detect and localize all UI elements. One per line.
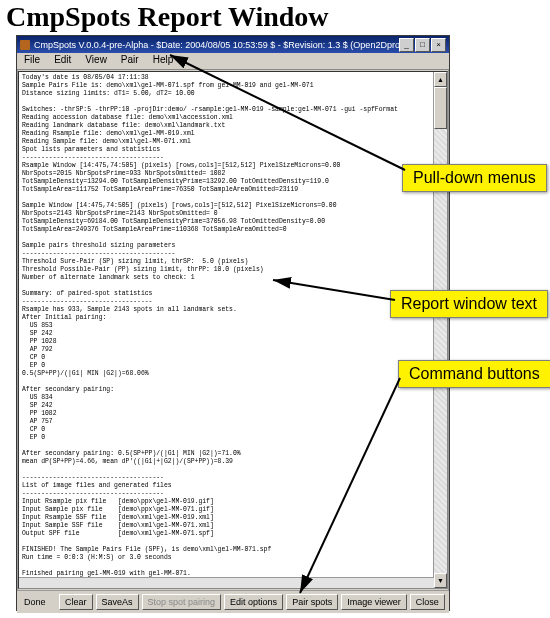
callout-report: Report window text (390, 290, 548, 318)
saveas-button[interactable]: SaveAs (96, 594, 139, 610)
horizontal-scrollbar[interactable] (19, 577, 434, 588)
close-button[interactable]: Close (410, 594, 445, 610)
scroll-thumb[interactable] (434, 87, 447, 129)
close-window-button[interactable]: × (431, 38, 446, 52)
menu-view[interactable]: View (78, 53, 114, 69)
minimize-button[interactable]: _ (399, 38, 414, 52)
clear-button[interactable]: Clear (59, 594, 93, 610)
command-button-bar: Done Clear SaveAs Stop spot pairing Edit… (17, 590, 449, 613)
title-bar[interactable]: CmpSpots V.0.0.4-pre-Alpha - $Date: 2004… (17, 36, 449, 53)
page-heading: CmpSpots Report Window (0, 0, 550, 34)
status-label: Done (20, 597, 56, 607)
java-icon (20, 40, 30, 50)
maximize-button[interactable]: □ (415, 38, 430, 52)
menu-bar: File Edit View Pair Help (17, 53, 449, 70)
vertical-scrollbar[interactable]: ▲ ▼ (433, 72, 447, 588)
menu-pair[interactable]: Pair (114, 53, 146, 69)
menu-edit[interactable]: Edit (47, 53, 78, 69)
callout-menus: Pull-down menus (402, 164, 547, 192)
scroll-down-icon[interactable]: ▼ (434, 573, 447, 588)
stop-spot-pairing-button[interactable]: Stop spot pairing (142, 594, 222, 610)
image-viewer-button[interactable]: Image viewer (341, 594, 407, 610)
menu-help[interactable]: Help (146, 53, 181, 69)
window-title: CmpSpots V.0.0.4-pre-Alpha - $Date: 2004… (34, 40, 399, 50)
callout-buttons: Command buttons (398, 360, 550, 388)
scroll-up-icon[interactable]: ▲ (434, 72, 447, 87)
edit-options-button[interactable]: Edit options (224, 594, 283, 610)
pair-spots-button[interactable]: Pair spots (286, 594, 338, 610)
report-window: CmpSpots V.0.0.4-pre-Alpha - $Date: 2004… (16, 35, 450, 611)
report-text: Today's date is 08/05/04 17:11:38 Sample… (19, 72, 447, 588)
scroll-track[interactable] (434, 87, 447, 573)
menu-file[interactable]: File (17, 53, 47, 69)
report-textarea[interactable]: Today's date is 08/05/04 17:11:38 Sample… (18, 71, 448, 589)
